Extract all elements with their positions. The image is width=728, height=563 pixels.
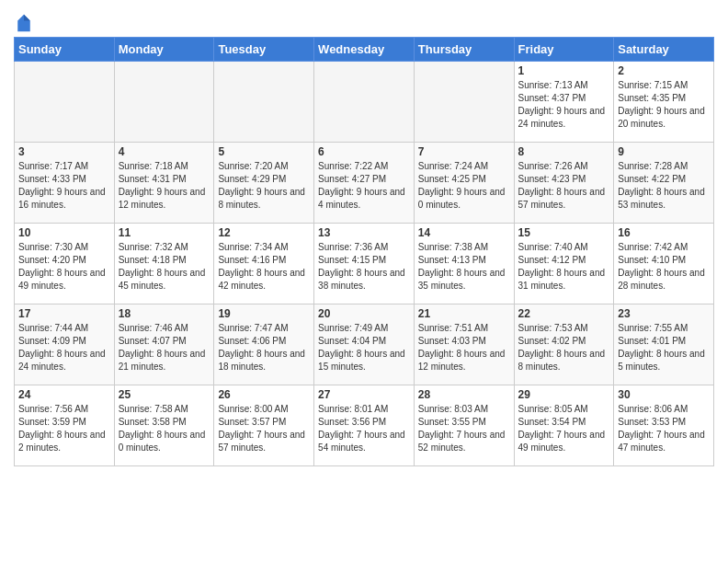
day-info: Sunrise: 7:22 AM Sunset: 4:27 PM Dayligh…	[318, 160, 410, 212]
calendar-day-cell: 25Sunrise: 7:58 AM Sunset: 3:58 PM Dayli…	[114, 385, 214, 466]
calendar-table: SundayMondayTuesdayWednesdayThursdayFrid…	[14, 37, 714, 466]
day-info: Sunrise: 7:32 AM Sunset: 4:18 PM Dayligh…	[119, 241, 210, 293]
calendar-day-cell: 15Sunrise: 7:40 AM Sunset: 4:12 PM Dayli…	[514, 224, 614, 304]
calendar-day-cell: 5Sunrise: 7:20 AM Sunset: 4:29 PM Daylig…	[214, 143, 314, 224]
calendar-day-cell: 2Sunrise: 7:15 AM Sunset: 4:35 PM Daylig…	[614, 62, 714, 143]
calendar-day-cell: 19Sunrise: 7:47 AM Sunset: 4:06 PM Dayli…	[214, 304, 314, 385]
day-number: 23	[618, 307, 710, 320]
day-info: Sunrise: 7:20 AM Sunset: 4:29 PM Dayligh…	[218, 160, 310, 212]
day-number: 8	[518, 145, 610, 158]
weekday-header-cell: Thursday	[414, 38, 514, 62]
calendar-week-row: 24Sunrise: 7:56 AM Sunset: 3:59 PM Dayli…	[15, 385, 714, 466]
day-info: Sunrise: 7:56 AM Sunset: 3:59 PM Dayligh…	[18, 403, 110, 454]
calendar-week-row: 17Sunrise: 7:44 AM Sunset: 4:09 PM Dayli…	[15, 304, 714, 385]
day-info: Sunrise: 7:47 AM Sunset: 4:06 PM Dayligh…	[218, 322, 310, 373]
calendar-day-cell: 3Sunrise: 7:17 AM Sunset: 4:33 PM Daylig…	[15, 143, 115, 224]
svg-marker-1	[24, 15, 30, 21]
day-info: Sunrise: 7:40 AM Sunset: 4:12 PM Dayligh…	[518, 241, 610, 293]
calendar-day-cell: 28Sunrise: 8:03 AM Sunset: 3:55 PM Dayli…	[414, 385, 514, 466]
day-number: 7	[418, 145, 510, 158]
calendar-day-cell: 4Sunrise: 7:18 AM Sunset: 4:31 PM Daylig…	[114, 143, 214, 224]
day-number: 16	[618, 226, 710, 239]
day-info: Sunrise: 7:13 AM Sunset: 4:37 PM Dayligh…	[518, 79, 610, 131]
calendar-day-cell: 12Sunrise: 7:34 AM Sunset: 4:16 PM Dayli…	[214, 224, 314, 304]
day-info: Sunrise: 8:05 AM Sunset: 3:54 PM Dayligh…	[518, 403, 610, 454]
calendar-day-cell: 29Sunrise: 8:05 AM Sunset: 3:54 PM Dayli…	[514, 385, 614, 466]
calendar-day-cell: 8Sunrise: 7:26 AM Sunset: 4:23 PM Daylig…	[514, 143, 614, 224]
day-info: Sunrise: 7:55 AM Sunset: 4:01 PM Dayligh…	[618, 322, 710, 373]
day-info: Sunrise: 7:18 AM Sunset: 4:31 PM Dayligh…	[119, 160, 210, 212]
day-number: 5	[218, 145, 310, 158]
day-number: 21	[418, 307, 510, 320]
weekday-header-cell: Sunday	[15, 38, 115, 62]
weekday-header-cell: Tuesday	[214, 38, 314, 62]
day-info: Sunrise: 7:58 AM Sunset: 3:58 PM Dayligh…	[119, 403, 210, 454]
calendar-day-cell: 23Sunrise: 7:55 AM Sunset: 4:01 PM Dayli…	[614, 304, 714, 385]
calendar-day-cell: 13Sunrise: 7:36 AM Sunset: 4:15 PM Dayli…	[314, 224, 415, 304]
day-number: 25	[119, 388, 210, 401]
day-info: Sunrise: 7:30 AM Sunset: 4:20 PM Dayligh…	[18, 241, 110, 293]
calendar-day-cell	[214, 62, 314, 143]
calendar-day-cell: 30Sunrise: 8:06 AM Sunset: 3:53 PM Dayli…	[614, 385, 714, 466]
day-info: Sunrise: 7:42 AM Sunset: 4:10 PM Dayligh…	[618, 241, 710, 293]
day-info: Sunrise: 7:38 AM Sunset: 4:13 PM Dayligh…	[418, 241, 510, 293]
calendar-day-cell: 20Sunrise: 7:49 AM Sunset: 4:04 PM Dayli…	[314, 304, 415, 385]
calendar-week-row: 10Sunrise: 7:30 AM Sunset: 4:20 PM Dayli…	[15, 224, 714, 304]
day-number: 2	[618, 64, 710, 77]
day-number: 24	[18, 388, 110, 401]
day-number: 15	[518, 226, 610, 239]
day-number: 27	[318, 388, 410, 401]
day-info: Sunrise: 7:15 AM Sunset: 4:35 PM Dayligh…	[618, 79, 710, 131]
day-info: Sunrise: 7:49 AM Sunset: 4:04 PM Dayligh…	[318, 322, 410, 373]
calendar-day-cell	[314, 62, 415, 143]
day-number: 9	[618, 145, 710, 158]
day-info: Sunrise: 7:34 AM Sunset: 4:16 PM Dayligh…	[218, 241, 310, 293]
day-number: 11	[119, 226, 210, 239]
weekday-header-cell: Wednesday	[314, 38, 415, 62]
calendar-day-cell	[15, 62, 115, 143]
day-info: Sunrise: 7:24 AM Sunset: 4:25 PM Dayligh…	[418, 160, 510, 212]
day-number: 22	[518, 307, 610, 320]
day-number: 14	[418, 226, 510, 239]
day-number: 17	[18, 307, 110, 320]
day-info: Sunrise: 8:03 AM Sunset: 3:55 PM Dayligh…	[418, 403, 510, 454]
calendar-day-cell: 11Sunrise: 7:32 AM Sunset: 4:18 PM Dayli…	[114, 224, 214, 304]
calendar-day-cell: 6Sunrise: 7:22 AM Sunset: 4:27 PM Daylig…	[314, 143, 415, 224]
calendar-day-cell: 18Sunrise: 7:46 AM Sunset: 4:07 PM Dayli…	[114, 304, 214, 385]
day-info: Sunrise: 7:36 AM Sunset: 4:15 PM Dayligh…	[318, 241, 410, 293]
day-info: Sunrise: 7:44 AM Sunset: 4:09 PM Dayligh…	[18, 322, 110, 373]
weekday-header-cell: Monday	[114, 38, 214, 62]
calendar-day-cell: 7Sunrise: 7:24 AM Sunset: 4:25 PM Daylig…	[414, 143, 514, 224]
day-info: Sunrise: 8:00 AM Sunset: 3:57 PM Dayligh…	[218, 403, 310, 454]
day-info: Sunrise: 8:01 AM Sunset: 3:56 PM Dayligh…	[318, 403, 410, 454]
page-header	[14, 9, 714, 33]
calendar-day-cell: 10Sunrise: 7:30 AM Sunset: 4:20 PM Dayli…	[15, 224, 115, 304]
calendar-day-cell	[414, 62, 514, 143]
day-number: 29	[518, 388, 610, 401]
calendar-week-row: 3Sunrise: 7:17 AM Sunset: 4:33 PM Daylig…	[15, 143, 714, 224]
day-info: Sunrise: 7:17 AM Sunset: 4:33 PM Dayligh…	[18, 160, 110, 212]
day-info: Sunrise: 8:06 AM Sunset: 3:53 PM Dayligh…	[618, 403, 710, 454]
day-info: Sunrise: 7:46 AM Sunset: 4:07 PM Dayligh…	[119, 322, 210, 373]
calendar-day-cell: 24Sunrise: 7:56 AM Sunset: 3:59 PM Dayli…	[15, 385, 115, 466]
calendar-day-cell: 1Sunrise: 7:13 AM Sunset: 4:37 PM Daylig…	[514, 62, 614, 143]
day-number: 10	[18, 226, 110, 239]
day-number: 26	[218, 388, 310, 401]
day-info: Sunrise: 7:28 AM Sunset: 4:22 PM Dayligh…	[618, 160, 710, 212]
calendar-day-cell: 16Sunrise: 7:42 AM Sunset: 4:10 PM Dayli…	[614, 224, 714, 304]
calendar-day-cell: 27Sunrise: 8:01 AM Sunset: 3:56 PM Dayli…	[314, 385, 415, 466]
calendar-day-cell	[114, 62, 214, 143]
calendar-week-row: 1Sunrise: 7:13 AM Sunset: 4:37 PM Daylig…	[15, 62, 714, 143]
calendar-day-cell: 14Sunrise: 7:38 AM Sunset: 4:13 PM Dayli…	[414, 224, 514, 304]
day-info: Sunrise: 7:53 AM Sunset: 4:02 PM Dayligh…	[518, 322, 610, 373]
logo	[14, 15, 32, 33]
calendar-day-cell: 26Sunrise: 8:00 AM Sunset: 3:57 PM Dayli…	[214, 385, 314, 466]
weekday-header-cell: Friday	[514, 38, 614, 62]
weekday-header-row: SundayMondayTuesdayWednesdayThursdayFrid…	[15, 38, 714, 62]
calendar-day-cell: 9Sunrise: 7:28 AM Sunset: 4:22 PM Daylig…	[614, 143, 714, 224]
calendar-day-cell: 22Sunrise: 7:53 AM Sunset: 4:02 PM Dayli…	[514, 304, 614, 385]
weekday-header-cell: Saturday	[614, 38, 714, 62]
day-number: 12	[218, 226, 310, 239]
day-number: 3	[18, 145, 110, 158]
day-number: 13	[318, 226, 410, 239]
